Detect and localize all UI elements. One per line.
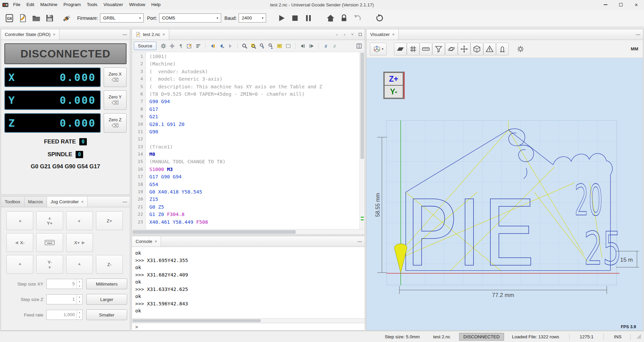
grid-button[interactable] (407, 43, 419, 55)
code-line[interactable]: 8G17 (132, 105, 359, 113)
code-line[interactable]: 20Z15 (132, 196, 359, 203)
last-edit-button[interactable] (209, 42, 217, 50)
tab-visualizer[interactable]: Visualizer × (366, 29, 399, 40)
tab-list-button[interactable]: ˅ (349, 31, 356, 38)
close-icon[interactable]: × (392, 32, 395, 37)
orbit-button[interactable] (445, 43, 458, 55)
processing-button[interactable] (514, 43, 527, 55)
code-line[interactable]: 1(1001) (132, 53, 359, 60)
ruler-button[interactable] (419, 43, 432, 55)
console-input-line[interactable]: > (132, 323, 365, 330)
spinner-up-icon[interactable]: ▴ (77, 295, 82, 299)
scrollbar-thumb[interactable] (360, 53, 364, 159)
filter-button[interactable] (432, 43, 445, 55)
find-button[interactable] (241, 42, 249, 50)
tool-button[interactable] (496, 43, 509, 55)
menu-item-file[interactable]: File (10, 0, 23, 9)
spinner-up-icon[interactable]: ▴ (77, 310, 82, 315)
firmware-select[interactable]: GRBL ▾ (100, 13, 144, 23)
panel-minimize-button[interactable]: — (120, 197, 130, 207)
jog-z-plus-button[interactable]: Z+ (96, 211, 123, 230)
menu-item-help[interactable]: Help (148, 0, 164, 9)
highlight-button[interactable] (276, 42, 284, 50)
scrollbar-thumb[interactable] (133, 230, 296, 234)
rect-select-button[interactable] (284, 42, 292, 50)
scrollbar-thumb[interactable] (133, 319, 261, 322)
settings-button[interactable] (168, 42, 176, 50)
editor-vscrollbar[interactable] (359, 52, 365, 229)
menu-item-window[interactable]: Window (126, 0, 148, 9)
undo-button[interactable] (351, 11, 364, 25)
cube-face-z[interactable]: Z+ (384, 72, 403, 85)
jog-up-right-button[interactable]: ▲ (66, 211, 93, 230)
menu-item-edit[interactable]: Edit (23, 0, 37, 9)
open-folder-button[interactable] (30, 11, 43, 25)
source-button[interactable]: Source (134, 42, 156, 50)
sort-lines-button[interactable] (194, 42, 202, 50)
code-line[interactable]: 19G0 X40.418 Y58.545 (132, 188, 359, 196)
code-line[interactable]: 17G17 G90 G94 (132, 173, 359, 180)
code-line[interactable]: 23X40.461 Y58.449 F508 (132, 218, 359, 226)
tab-gcode-file[interactable]: test 2.nc × (132, 29, 169, 40)
editor-hscrollbar[interactable] (132, 229, 365, 234)
visualizer-canvas[interactable]: PIE 20 25 58.55 mm 77.2 mm 15 m FP (366, 58, 643, 330)
close-icon[interactable]: × (155, 239, 157, 244)
move-button[interactable] (458, 43, 470, 55)
code-line[interactable]: 6(T8 D=9.525 CR=0 TAPER=45deg - ZMIN=0 -… (132, 90, 359, 98)
pause-button[interactable] (302, 11, 315, 25)
code-line[interactable]: 22G1 Z0 F304.8 (132, 211, 359, 218)
smaller-button[interactable]: Smaller (86, 309, 127, 320)
jog-y-minus-button[interactable]: Y- ▼ (36, 255, 63, 274)
code-line[interactable]: 12 (132, 135, 359, 143)
jog-y-plus-button[interactable]: ▲ Y+ (36, 211, 63, 230)
zero-y-button[interactable]: Zero Y ⌫ (104, 90, 127, 110)
tab-controller-state[interactable]: Controller State (DRO) × (1, 29, 59, 40)
spinner-down-icon[interactable]: ▾ (77, 284, 82, 289)
tab-toolbox[interactable]: Toolbox (1, 197, 24, 207)
tab-macros[interactable]: Macros (24, 197, 47, 207)
warning-button[interactable] (483, 43, 496, 55)
plane-button[interactable] (394, 43, 407, 55)
uncomment-button[interactable]: // (331, 42, 339, 50)
split-view-button[interactable] (355, 42, 363, 50)
maximize-button[interactable] (613, 0, 629, 9)
code-line[interactable]: 14M0 (132, 151, 359, 158)
close-icon[interactable]: × (53, 32, 56, 37)
zero-x-button[interactable]: Zero X ⌫ (104, 68, 127, 87)
orientation-cube[interactable]: Z+ Y- (383, 72, 405, 99)
tab-jog-controller[interactable]: Jog Controller × (47, 197, 88, 207)
larger-button[interactable]: Larger (86, 294, 127, 305)
code-line[interactable]: 3( vendor: Autodesk) (132, 68, 359, 75)
zero-z-button[interactable]: Zero Z ⌫ (104, 113, 127, 133)
keyboard-jog-button[interactable] (36, 233, 63, 252)
menu-item-machine[interactable]: Machine (37, 0, 60, 9)
diagram-button[interactable] (159, 42, 167, 50)
soft-reset-button[interactable] (373, 11, 386, 25)
forward-button[interactable] (226, 42, 234, 50)
pilcrow-button[interactable]: ¶ (177, 42, 185, 50)
scroll-tabs-right-button[interactable]: › (341, 31, 348, 38)
gcode-file-button[interactable]: G8 (3, 11, 16, 25)
code-line[interactable]: 4( model: Generic 3-axis) (132, 75, 359, 83)
millimeters-button[interactable]: Millimeters (86, 279, 127, 289)
shift-left-button[interactable] (299, 42, 307, 50)
code-editor-area[interactable]: 1(1001)2(Machine)3( vendor: Autodesk)4( … (132, 52, 365, 229)
spinner-down-icon[interactable]: ▾ (77, 299, 82, 304)
menu-item-tools[interactable]: Tools (84, 0, 101, 9)
panel-minimize-button[interactable]: — (120, 29, 130, 40)
console-hscrollbar[interactable] (132, 318, 365, 323)
code-line[interactable]: 21G0 Z5 (132, 203, 359, 211)
comment-button[interactable]: // (322, 42, 330, 50)
code-line[interactable]: 15(MANUAL TOOL CHANGE TO T8) (132, 158, 359, 165)
code-line[interactable]: 11G90 (132, 128, 359, 135)
minimize-button[interactable] (598, 0, 613, 9)
connect-plug-button[interactable] (60, 11, 74, 25)
jog-x-plus-button[interactable]: X+ ▶ (66, 233, 93, 252)
feed-rate-spinner[interactable]: 1,000 ▴ ▾ (46, 310, 83, 320)
close-icon[interactable]: × (162, 32, 165, 37)
step-size-xy-spinner[interactable]: 5 ▴ ▾ (46, 279, 83, 289)
resize-grip[interactable] (637, 334, 641, 339)
cube-button[interactable] (470, 43, 483, 55)
panel-minimize-button[interactable]: — (355, 236, 365, 247)
find-next-button[interactable] (258, 42, 266, 50)
